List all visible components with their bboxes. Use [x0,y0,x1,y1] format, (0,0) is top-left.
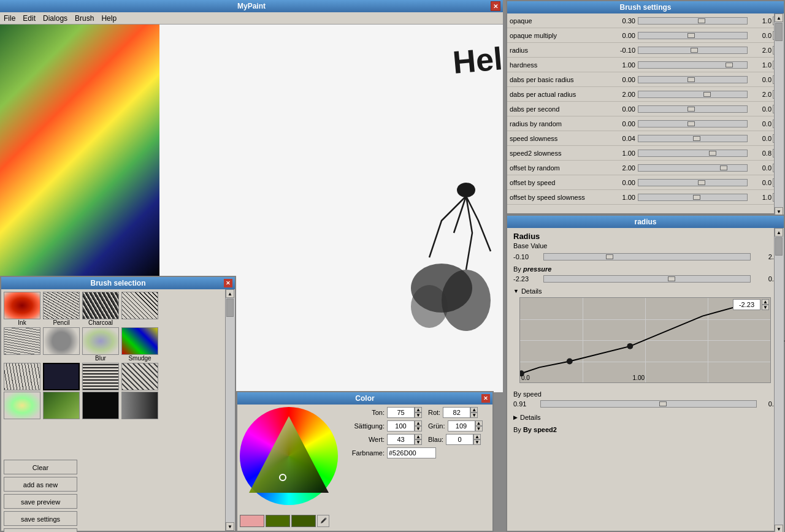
wert-up[interactable]: ▲ [415,434,422,439]
color-panel-close-button[interactable]: ✕ [481,394,490,403]
sattigung-down[interactable]: ▼ [415,426,422,431]
brush-item-12[interactable] [121,363,158,390]
sattigung-input[interactable] [387,420,415,431]
settings-slider-dabs-actual[interactable] [638,91,748,98]
radius-section: Radius Base Value -0.10 2.0 By pressure … [507,228,784,387]
menu-file[interactable]: File [4,14,15,23]
settings-slider-opaque[interactable] [638,17,748,25]
grun-down[interactable]: ▼ [475,426,483,431]
settings-scrollbar[interactable]: ▲ ▼ [774,13,784,216]
blau-input[interactable] [446,434,473,445]
settings-scroll-track[interactable] [775,22,784,207]
radius-base-thumb [606,254,613,259]
scroll-up-arrow[interactable]: ▲ [226,289,234,298]
brush-item-pencil[interactable]: Pencil [43,292,80,326]
speed-details-toggle[interactable]: Details [513,414,778,421]
radius-scroll-track[interactable] [775,237,784,525]
radius-scroll-up[interactable]: ▲ [775,228,783,237]
color-swatch-2[interactable] [266,515,290,527]
settings-slider-offset-speed[interactable] [638,179,748,186]
brush-item-blur[interactable]: Blur [82,327,119,362]
settings-slider-radius-random[interactable] [638,120,748,127]
settings-slider-speed-slowness[interactable] [638,135,748,142]
ton-down[interactable]: ▼ [415,412,422,418]
color-swatch-3[interactable] [291,515,316,527]
scroll-thumb[interactable] [226,298,234,317]
sattigung-up[interactable]: ▲ [415,420,422,426]
clear-button[interactable]: Clear [4,460,77,474]
pressure-thumb [668,276,675,281]
wert-down[interactable]: ▼ [415,439,422,445]
brush-item-14[interactable] [43,392,80,419]
brush-panel-close-button[interactable]: ✕ [224,279,232,287]
brush-item-smudge[interactable]: Smudge [121,327,158,362]
brush-item-charcoal2[interactable] [121,292,158,326]
settings-slider-speed2-slowness[interactable] [638,150,748,157]
speed-slider[interactable] [540,400,757,408]
menu-edit[interactable]: Edit [23,14,36,23]
farbname-input[interactable] [387,447,436,458]
settings-scroll-up[interactable]: ▲ [775,13,783,22]
color-swatch-1[interactable] [240,515,264,527]
menu-help[interactable]: Help [101,14,117,23]
radius-scroll-down[interactable]: ▼ [775,525,783,532]
save-preview-button[interactable]: save preview [4,494,77,509]
add-as-new-button[interactable]: add as new [4,477,77,492]
grun-input[interactable] [448,420,475,431]
brush-label-smudge: Smudge [128,355,151,362]
ton-input[interactable] [387,407,415,418]
brush-item-selected[interactable] [43,363,80,390]
brush-item-charcoal[interactable]: Charcoal [82,292,119,326]
color-wheel-area[interactable] [240,407,338,505]
grun-up[interactable]: ▲ [475,420,483,426]
brush-panel-scrollbar[interactable]: ▲ ▼ [225,289,235,531]
settings-slider-opaque-multiply[interactable] [638,32,748,39]
graph-spin-up[interactable]: ▲ [762,299,769,305]
settings-slider-radius[interactable] [638,47,748,54]
settings-slider-dabs-second[interactable] [638,105,748,113]
save-settings-button[interactable]: save settings [4,511,77,526]
wert-input[interactable] [387,434,415,445]
brush-item-13[interactable] [4,392,40,419]
blau-up[interactable]: ▲ [473,434,481,439]
brush-item-15[interactable] [82,392,119,419]
brush-item-5[interactable] [4,327,40,362]
brush-panel: Brush selection ✕ Ink Pencil Charcoal [0,276,236,532]
color-row-sattigung: Sättigung: ▲ ▼ Grün: ▲ ▼ [342,420,490,431]
details-toggle[interactable]: Details [513,287,778,295]
graph-area[interactable]: ▲ ▼ 0.0 1.00 0.0 [519,297,771,383]
radius-scroll-thumb[interactable] [775,237,783,256]
color-wheel[interactable] [240,407,338,505]
settings-scroll-thumb[interactable] [775,23,783,41]
settings-row-offset-random: offset by random 2.00 0.0 X [507,161,784,175]
close-button[interactable]: ✕ [491,1,500,11]
rot-input[interactable] [443,407,470,418]
brush-thumb-11 [82,363,119,390]
radius-scrollbar[interactable]: ▲ ▼ [774,228,784,532]
eyedropper-tool[interactable] [317,515,329,527]
menu-dialogs[interactable]: Dialogs [43,14,67,23]
settings-slider-offset-speed-slowness[interactable] [638,194,748,201]
delete-selected-button[interactable]: delete selected [4,528,77,532]
brush-item-9[interactable] [4,363,40,390]
ton-up[interactable]: ▲ [415,407,422,412]
settings-slider-dabs-basic[interactable] [638,76,748,83]
graph-spinner: ▲ ▼ [762,299,769,310]
brush-item-6[interactable] [43,327,80,362]
scroll-down-arrow[interactable]: ▼ [226,522,234,531]
graph-value-input[interactable] [733,299,760,310]
menu-brush[interactable]: Brush [75,14,94,23]
graph-spin-down[interactable]: ▼ [762,305,769,310]
settings-slider-hardness[interactable] [638,61,748,69]
settings-slider-offset-random[interactable] [638,164,748,172]
brush-item-ink[interactable]: Ink [4,292,40,326]
radius-base-slider[interactable] [543,253,751,260]
rot-down[interactable]: ▼ [470,412,478,418]
brush-item-16[interactable] [121,392,158,419]
scroll-track[interactable] [226,298,235,522]
brush-item-11[interactable] [82,363,119,390]
blau-down[interactable]: ▼ [473,439,481,445]
rot-up[interactable]: ▲ [470,407,478,412]
pressure-slider[interactable] [543,275,751,283]
brush-thumb-charcoal2 [121,292,158,319]
